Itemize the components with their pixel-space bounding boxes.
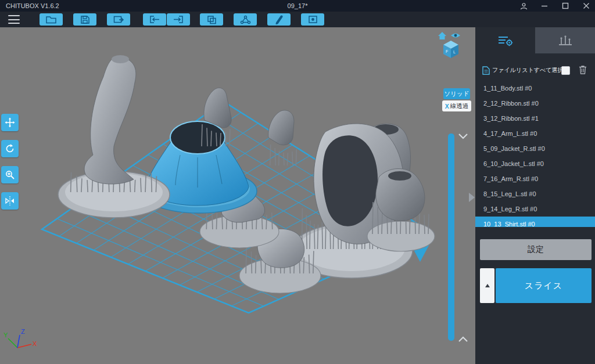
slider-top-chevron-icon[interactable] (458, 133, 468, 140)
arrow-out-right-icon (173, 15, 184, 24)
right-panel: ファイルリストすべて選択 1_11_Body.stl #0 2_12_Ribbo… (475, 27, 595, 364)
hollow-pen-icon (274, 15, 284, 24)
file-row[interactable]: 9_14_Leg_R.stl #0 (475, 201, 595, 217)
close-button[interactable] (582, 2, 590, 10)
svg-text:L: L (453, 50, 456, 54)
home-view-icon (438, 32, 446, 39)
panel-tabs (475, 27, 595, 53)
rotate-tool-button[interactable] (1, 140, 19, 157)
support-pillars-icon (558, 35, 573, 46)
toolbar (0, 12, 595, 27)
file-row[interactable]: 2_12_Ribbon.stl #0 (475, 96, 595, 111)
model-arm-left[interactable] (58, 55, 170, 218)
support-network-icon (240, 15, 251, 24)
panel-collapse-arrow-icon[interactable] (468, 192, 475, 203)
settings-button[interactable]: 設定 (480, 239, 592, 260)
app-title: CHITUBOX V1.6.2 (6, 2, 59, 9)
file-row[interactable]: 5_09_Jacket_R.stl #0 (475, 141, 595, 156)
file-row-selected[interactable]: 10_13_Shirt.stl #0 (475, 217, 595, 227)
copy-icon (207, 15, 217, 24)
file-list-header: ファイルリストすべて選択 (475, 63, 595, 77)
maximize-button[interactable] (561, 2, 569, 10)
save-button[interactable] (73, 13, 96, 26)
file-row[interactable]: 1_11_Body.stl #0 (475, 81, 595, 96)
file-row[interactable]: 3_12_Ribbon.stl #1 (475, 111, 595, 126)
app-window: CHITUBOX V1.6.2 09_17* (0, 0, 595, 364)
file-row[interactable]: 4_17_Arm_L.stl #0 (475, 126, 595, 141)
window-controls (519, 0, 590, 12)
delete-trash-icon[interactable] (579, 65, 587, 74)
file-list: 1_11_Body.stl #0 2_12_Ribbon.stl #0 3_12… (475, 81, 595, 227)
mirror-tool-button[interactable] (1, 192, 19, 210)
screenshot-icon (113, 15, 124, 24)
orientation-cube-icon: F L (443, 41, 458, 58)
tab-settings[interactable] (475, 27, 535, 53)
move-out-button[interactable] (167, 13, 190, 26)
render-mode-solid-button[interactable]: ソリッド (443, 88, 470, 99)
scale-tool-button[interactable] (1, 166, 19, 183)
scale-icon (5, 170, 15, 180)
file-row[interactable]: 6_10_Jacket_L.stl #0 (475, 156, 595, 171)
move-icon (5, 117, 15, 128)
chevron-up-icon (485, 284, 490, 287)
file-icon (482, 66, 490, 75)
minimize-button[interactable] (540, 2, 549, 10)
menu-icon[interactable] (8, 15, 20, 24)
dig-hole-button[interactable] (301, 13, 324, 26)
svg-text:F: F (446, 49, 448, 53)
select-all-label: ファイルリストすべて選択 (492, 66, 563, 74)
select-all-checkbox[interactable] (561, 66, 570, 75)
rotate-icon (5, 143, 15, 154)
save-icon (80, 15, 90, 24)
hollow-button[interactable] (267, 13, 291, 26)
folder-icon (45, 15, 57, 24)
move-in-button[interactable] (143, 13, 166, 26)
screenshot-button[interactable] (107, 13, 130, 26)
mirror-icon (5, 196, 15, 206)
file-row[interactable]: 8_15_Leg_L.stl #0 (475, 186, 595, 201)
dig-hole-icon (308, 15, 318, 24)
document-title: 09_17* (288, 2, 308, 9)
title-bar: CHITUBOX V1.6.2 09_17* (0, 0, 595, 12)
xray-x-glyph: X (445, 103, 449, 110)
slider-bottom-chevron-icon[interactable] (458, 336, 468, 343)
open-file-button[interactable] (40, 13, 63, 26)
3d-scene[interactable] (0, 27, 475, 364)
slice-button[interactable]: スライス (496, 268, 592, 303)
perspective-eye-icon (451, 34, 460, 38)
3d-viewport[interactable]: Y X Z (0, 27, 475, 364)
copy-button[interactable] (200, 13, 223, 26)
slice-profile-dropdown[interactable] (480, 268, 494, 303)
support-edit-button[interactable] (234, 13, 257, 26)
arrow-into-left-icon (149, 15, 160, 24)
settings-list-icon (497, 35, 514, 46)
tab-support[interactable] (535, 27, 595, 53)
move-tool-button[interactable] (1, 114, 19, 131)
layer-slider[interactable] (448, 134, 454, 341)
view-gizmo[interactable]: F L (437, 30, 466, 59)
file-row[interactable]: 7_16_Arm_R.stl #0 (475, 171, 595, 186)
user-account-icon[interactable] (519, 2, 528, 10)
render-mode-xray-button[interactable]: X 線透過 (442, 100, 471, 111)
